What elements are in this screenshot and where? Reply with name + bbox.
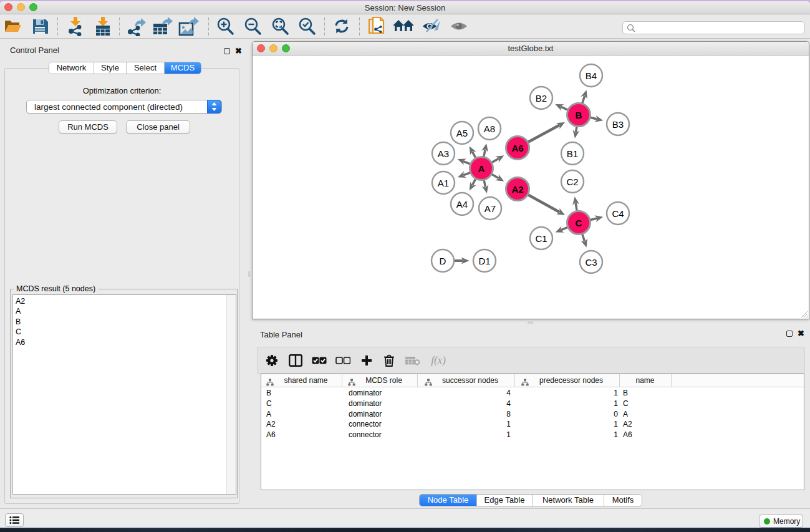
column-header[interactable]: MCDS role (365, 376, 402, 385)
table-cell[interactable]: dominator (349, 399, 382, 408)
result-item[interactable]: A6 (13, 337, 236, 347)
tab-node-table[interactable]: Node Table (420, 495, 477, 506)
search-input[interactable] (622, 21, 805, 34)
table-panel-float-button[interactable] (786, 331, 793, 337)
table-cell[interactable]: A (623, 410, 628, 418)
table-cell[interactable]: dominator (349, 410, 382, 418)
deselect-all-icon[interactable] (332, 351, 354, 370)
split-column-icon[interactable] (285, 351, 306, 370)
run-mcds-button[interactable]: Run MCDS (59, 120, 117, 133)
vertical-splitter-handle[interactable] (248, 271, 251, 278)
panel-list-button[interactable] (5, 513, 24, 527)
tab-select[interactable]: Select (127, 62, 165, 74)
scrollbar-track[interactable] (226, 295, 236, 494)
table-cell[interactable]: dominator (349, 389, 382, 397)
column-header[interactable]: shared name (284, 376, 327, 385)
zoom-fit-icon[interactable] (269, 16, 291, 37)
criterion-select[interactable]: largest connected component (directed) (26, 100, 222, 114)
function-builder-icon[interactable]: f(x) (426, 351, 451, 370)
delete-row-icon[interactable] (378, 351, 400, 370)
table-row[interactable]: A2connector11A2 (261, 418, 804, 429)
table-cell[interactable]: B (623, 389, 628, 397)
control-panel-float-button[interactable] (224, 48, 230, 54)
open-file-icon[interactable] (2, 16, 24, 37)
result-item[interactable]: A (13, 306, 236, 316)
tab-network-table[interactable]: Network Table (533, 495, 604, 506)
table-cell[interactable]: 1 (614, 430, 618, 439)
tab-network[interactable]: Network (49, 62, 94, 74)
column-header[interactable]: successor nodes (442, 376, 498, 385)
show-details-icon[interactable] (448, 16, 470, 37)
table-cell[interactable]: 4 (506, 389, 511, 397)
export-image-icon[interactable] (178, 16, 200, 37)
table-cell[interactable]: 0 (614, 410, 618, 418)
table-row[interactable]: Adominator80A (261, 409, 804, 419)
zoom-selected-icon[interactable] (296, 16, 318, 37)
table-cell[interactable]: 1 (614, 389, 618, 397)
table-cell[interactable]: 1 (614, 420, 618, 428)
table-row[interactable]: A6connector11A6 (261, 429, 804, 440)
table-cell[interactable]: connector (349, 430, 382, 439)
gear-icon[interactable] (261, 351, 282, 370)
graph-node-label: C3 (585, 257, 597, 268)
close-panel-button[interactable]: Close panel (126, 120, 190, 133)
resize-grip-icon[interactable] (801, 311, 808, 318)
column-header[interactable]: name (635, 376, 654, 385)
table-cell[interactable]: C (623, 399, 629, 408)
hide-details-icon[interactable] (420, 16, 443, 37)
memory-button[interactable]: Memory (759, 515, 803, 528)
table-cell[interactable]: 1 (506, 430, 511, 439)
table-cell[interactable]: 8 (506, 410, 511, 418)
result-item[interactable]: B (13, 317, 236, 327)
zoom-out-icon[interactable] (241, 16, 264, 37)
export-network-icon[interactable] (125, 16, 147, 37)
table-cell[interactable]: 1 (614, 399, 618, 408)
column-separator[interactable] (619, 374, 620, 387)
table-cell[interactable]: connector (349, 420, 382, 428)
table-panel: Table Panel ✖ (252, 324, 810, 508)
add-row-icon[interactable] (356, 351, 377, 370)
tab-motifs[interactable]: Motifs (604, 495, 642, 506)
control-panel-close-button[interactable]: ✖ (235, 48, 242, 54)
table-cell[interactable]: 1 (506, 420, 511, 428)
main-toolbar (0, 14, 810, 39)
column-header[interactable]: predecessor nodes (539, 376, 603, 385)
zoom-in-icon[interactable] (214, 16, 236, 37)
column-separator[interactable] (342, 374, 342, 387)
tab-mcds[interactable]: MCDS (165, 62, 201, 74)
result-item[interactable]: A2 (13, 296, 236, 306)
toolbar-separator (57, 17, 58, 36)
import-network-icon[interactable] (64, 16, 87, 37)
table-cell[interactable]: A6 (266, 430, 276, 439)
table-panel-title: Table Panel (260, 330, 302, 339)
clone-network-icon[interactable] (365, 16, 388, 37)
column-separator[interactable] (671, 374, 672, 387)
mcds-result-list[interactable]: A2ABCA6 (12, 294, 236, 495)
column-separator[interactable] (417, 374, 418, 387)
import-table-icon[interactable] (92, 16, 114, 37)
table-cell[interactable]: A2 (623, 420, 632, 428)
network-canvas[interactable]: B4B2BB3A5A8A6B1A3AA1C2A2A4A7C4CC1C3DD1 (253, 56, 809, 319)
result-item[interactable]: C (13, 327, 236, 337)
table-row[interactable]: Bdominator41B (261, 387, 804, 398)
tab-edge-table[interactable]: Edge Table (477, 495, 533, 506)
save-session-icon[interactable] (29, 16, 52, 37)
select-all-icon[interactable] (309, 351, 330, 370)
table-cell[interactable]: A (266, 410, 271, 418)
table-panel-close-button[interactable]: ✖ (798, 331, 804, 337)
node-table: shared nameMCDS rolesuccessor nodesprede… (261, 374, 804, 490)
table-cell[interactable]: 4 (506, 399, 511, 408)
table-cell[interactable]: C (266, 399, 272, 408)
toolbar-separator (324, 17, 325, 36)
table-cell[interactable]: A6 (623, 430, 632, 439)
table-cell[interactable]: B (266, 389, 271, 397)
home-icon[interactable] (392, 16, 415, 37)
delete-table-icon[interactable] (402, 351, 423, 370)
export-table-icon[interactable] (152, 16, 174, 37)
graph-node-label: A7 (485, 203, 496, 214)
refresh-icon[interactable] (330, 16, 353, 37)
table-cell[interactable]: A2 (266, 420, 276, 428)
column-separator[interactable] (514, 374, 515, 387)
table-row[interactable]: Cdominator41C (261, 398, 804, 409)
tab-style[interactable]: Style (94, 62, 127, 74)
